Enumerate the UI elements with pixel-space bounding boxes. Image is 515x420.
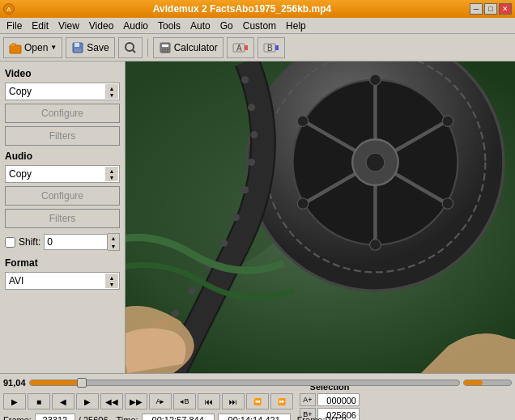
shift-input[interactable] xyxy=(44,234,108,250)
timeline-fill xyxy=(30,380,82,385)
marker-b-icon: B xyxy=(263,41,279,54)
svg-point-58 xyxy=(250,131,258,138)
menu-tools[interactable]: Tools xyxy=(153,19,185,33)
audio-section-label: Audio xyxy=(5,151,120,162)
svg-point-49 xyxy=(366,153,385,172)
save-icon xyxy=(71,41,84,54)
svg-point-54 xyxy=(297,198,309,210)
svg-rect-16 xyxy=(245,45,248,50)
svg-rect-3 xyxy=(74,49,81,52)
video-frame-svg xyxy=(126,62,515,373)
close-button[interactable]: ✕ xyxy=(499,3,512,15)
svg-rect-7 xyxy=(162,45,168,47)
title-bar: A Avidemux 2 FactsAbo1975_256kb.mp4 ─ □ … xyxy=(0,0,515,18)
menu-help[interactable]: Help xyxy=(281,19,311,33)
audio-codec-container: Copy ▲▼ xyxy=(5,165,120,183)
video-section-label: Video xyxy=(5,68,120,79)
svg-rect-13 xyxy=(167,51,168,53)
marker-a-button[interactable]: A xyxy=(227,37,254,58)
save-button[interactable]: Save xyxy=(66,37,114,58)
shift-checkbox[interactable] xyxy=(5,237,15,248)
bottom-controls: 91,04 ▶ ■ ◀ ▶ ◀◀ ▶▶ A▸ ◂B ⏮ ⏭ ⏪ ⏩ Select… xyxy=(0,373,515,420)
svg-rect-12 xyxy=(164,51,166,53)
app-icon: A xyxy=(3,3,15,15)
title-bar-title: Avidemux 2 FactsAbo1975_256kb.mp4 xyxy=(15,3,470,15)
save-label: Save xyxy=(87,42,109,53)
svg-rect-19 xyxy=(275,45,279,50)
menu-auto[interactable]: Auto xyxy=(185,19,215,33)
svg-rect-0 xyxy=(10,45,21,53)
zoom-icon xyxy=(124,41,137,54)
marker-b-button[interactable]: B xyxy=(258,37,285,58)
svg-text:B: B xyxy=(267,44,273,53)
position-label: 91,04 xyxy=(3,378,26,388)
menu-audio[interactable]: Audio xyxy=(118,19,153,33)
minimize-button[interactable]: ─ xyxy=(470,3,483,15)
next-frame-button[interactable]: ▶ xyxy=(76,393,99,409)
svg-point-4 xyxy=(126,43,134,51)
toolbar: Open ▼ Save Calculator A B xyxy=(0,34,515,62)
maximize-button[interactable]: □ xyxy=(484,3,497,15)
audio-configure-button[interactable]: Configure xyxy=(5,186,120,206)
jump-start-button[interactable]: ⏮ xyxy=(198,393,220,409)
frame-value: 23312 xyxy=(35,414,75,420)
menu-view[interactable]: View xyxy=(53,19,84,33)
shift-spin: ▲ ▼ xyxy=(108,233,120,251)
film-scene xyxy=(126,62,515,373)
stop-button[interactable]: ■ xyxy=(28,393,50,409)
svg-point-65 xyxy=(172,310,179,317)
video-configure-button[interactable]: Configure xyxy=(5,104,120,123)
timeline-right-fill xyxy=(464,380,483,385)
prev-keyframe-button[interactable]: ⏪ xyxy=(246,393,269,409)
time2-value: 00:14:14.421 xyxy=(218,414,291,420)
open-dropdown-icon[interactable]: ▼ xyxy=(50,44,57,51)
folder-icon xyxy=(9,41,22,54)
title-bar-buttons: ─ □ ✕ xyxy=(470,3,512,15)
menu-custom[interactable]: Custom xyxy=(238,19,281,33)
svg-rect-2 xyxy=(74,43,79,47)
video-codec-select[interactable]: Copy xyxy=(5,83,120,100)
selection-a-row: A+ 000000 xyxy=(300,393,360,406)
video-area xyxy=(126,62,515,373)
timeline-track[interactable] xyxy=(29,380,460,386)
title-bar-left: A xyxy=(3,3,15,15)
mark-a-button[interactable]: A▸ xyxy=(149,393,172,409)
menu-bar: File Edit View Video Audio Tools Auto Go… xyxy=(0,18,515,34)
format-container: AVI ▲▼ xyxy=(5,272,120,290)
svg-point-56 xyxy=(241,76,249,83)
transport-main-row: ▶ ■ ◀ ▶ ◀◀ ▶▶ A▸ ◂B ⏮ ⏭ ⏪ ⏩ Selection A+… xyxy=(3,392,512,411)
timeline-right[interactable] xyxy=(463,380,512,386)
rewind-button[interactable]: ◀◀ xyxy=(100,393,123,409)
forward-button[interactable]: ▶▶ xyxy=(125,393,147,409)
audio-codec-select[interactable]: Copy xyxy=(5,165,120,183)
menu-edit[interactable]: Edit xyxy=(27,19,53,33)
menu-go[interactable]: Go xyxy=(215,19,238,33)
svg-point-59 xyxy=(248,159,255,166)
shift-up[interactable]: ▲ xyxy=(108,234,119,242)
video-filters-button[interactable]: Filters xyxy=(5,126,120,146)
jump-end-button[interactable]: ⏭ xyxy=(222,393,245,409)
svg-point-61 xyxy=(232,214,240,221)
calculator-label: Calculator xyxy=(174,42,218,53)
zoom-button[interactable] xyxy=(118,37,143,58)
audio-filters-button[interactable]: Filters xyxy=(5,209,120,228)
svg-point-55 xyxy=(297,116,309,127)
main-layout: Video Copy ▲▼ Configure Filters Audio Co… xyxy=(0,62,515,373)
menu-file[interactable]: File xyxy=(2,19,27,33)
open-button[interactable]: Open ▼ xyxy=(3,37,62,58)
next-keyframe-button[interactable]: ⏩ xyxy=(270,393,293,409)
svg-point-57 xyxy=(248,104,255,111)
mark-b-button[interactable]: ◂B xyxy=(173,393,196,409)
format-select[interactable]: AVI xyxy=(5,272,120,290)
menu-video[interactable]: Video xyxy=(84,19,118,33)
time-label: Time: xyxy=(117,415,138,420)
svg-rect-11 xyxy=(162,51,164,53)
calculator-button[interactable]: Calculator xyxy=(153,37,223,58)
svg-point-52 xyxy=(442,198,453,210)
shift-down[interactable]: ▼ xyxy=(108,242,119,250)
timeline-thumb[interactable] xyxy=(77,378,87,388)
play-button[interactable]: ▶ xyxy=(3,393,26,409)
prev-frame-button[interactable]: ◀ xyxy=(52,393,74,409)
svg-rect-8 xyxy=(162,49,164,50)
selection-a-button[interactable]: A+ xyxy=(300,393,316,406)
